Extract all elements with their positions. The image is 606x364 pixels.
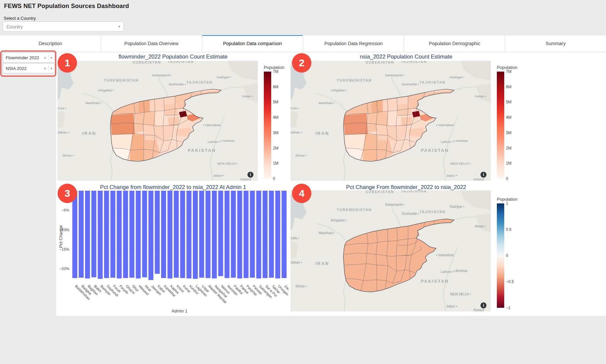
tab-bar: Description Population Data Overview Pop… [0, 35, 606, 52]
map-label: PAKISTAN [421, 148, 449, 153]
bar-Paktika[interactable] [231, 191, 236, 278]
bar-Maidan Wardak[interactable] [206, 191, 211, 278]
choropleth-map-flowminder[interactable]: UZBEKISTANTAJIKISTANTURKMENISTANSamarqan… [58, 61, 258, 181]
bar-Parwan[interactable] [250, 191, 255, 278]
chevron-down-icon[interactable]: ▾ [49, 67, 54, 70]
country-dropdown[interactable]: Country ▾ [3, 21, 124, 32]
map-label: TAJIKISTAN [186, 80, 213, 84]
bar-Jawzjan[interactable] [148, 191, 153, 280]
filter-dropdown-flowminder[interactable]: Flowminder 2022 × ▾ [3, 53, 55, 63]
bar-Ghazni[interactable] [123, 191, 128, 278]
chevron-down-icon[interactable]: ▾ [49, 56, 54, 60]
tab-population-data-overview[interactable]: Population Data Overview [101, 35, 202, 52]
bar-Takhar[interactable] [269, 191, 274, 278]
chart-title: Pct Change From flowminder_2022 to nsia_… [291, 184, 522, 190]
map-label: Kanpur [240, 177, 251, 181]
map-label: Dushanbe • [402, 82, 419, 86]
info-icon[interactable]: i [480, 302, 486, 308]
map-label: Shiraz • [62, 154, 74, 157]
bar-Faryab[interactable] [117, 191, 122, 278]
bar-Farah[interactable] [110, 191, 116, 278]
province-hirat[interactable] [343, 113, 368, 135]
map-label: IRAN [315, 131, 329, 136]
map-label: Kashgar • [450, 205, 464, 208]
map-label: TURKMENISTAN [337, 78, 372, 82]
province-hirat[interactable] [110, 113, 135, 135]
choropleth-map-pct-change[interactable]: UZBEKISTANTAJIKISTANTURKMENISTANSamarqan… [291, 190, 491, 311]
chevron-down-icon[interactable]: ▾ [118, 24, 120, 29]
bar-Kapisa[interactable] [167, 191, 172, 278]
bar-Hirat[interactable] [142, 191, 147, 277]
y-tick-label: −5% [62, 208, 69, 212]
colorbar-tick: 1M [506, 161, 512, 166]
bar-Paktya[interactable] [237, 191, 242, 278]
colorbar-ticks: 7M6M5M4M3M2M1M0 [273, 72, 288, 179]
tab-population-demographic[interactable]: Population Demographic [404, 35, 505, 52]
province-uruzgan[interactable] [377, 125, 397, 141]
colorbar-tick: 0 [506, 253, 508, 258]
bar-Kabul[interactable] [155, 191, 160, 274]
bar-Ghor[interactable] [130, 191, 135, 278]
tab-population-data-regression[interactable]: Population Data Regression [303, 35, 404, 52]
map-label: NEW DELHI • [217, 162, 238, 165]
map-label: TURKMENISTAN [104, 78, 139, 82]
bar-chart[interactable]: −5%−10%−15%−20%BadakhshanBadghisBaghlanB… [58, 183, 289, 316]
bar-Balkh[interactable] [91, 191, 96, 277]
bar-Panjsher[interactable] [243, 191, 248, 278]
bar-Logar[interactable] [199, 191, 204, 278]
map-label: Ashgabat • [331, 88, 347, 92]
map-label: Samarqand • [385, 73, 404, 77]
province-wardak_logar[interactable] [401, 117, 412, 125]
tab-description[interactable]: Description [0, 35, 101, 52]
colorbar-ticks: 10.50−0.5−1 [506, 203, 521, 308]
province-farah[interactable] [111, 134, 132, 150]
bar-Hilmand[interactable] [136, 191, 141, 278]
bar-Laghman[interactable] [193, 191, 198, 279]
bar-Badghis[interactable] [79, 191, 84, 278]
province-farah[interactable] [344, 134, 365, 150]
info-icon[interactable]: i [480, 172, 486, 178]
map-label: Hotan • [475, 94, 486, 98]
bar-Nuristan[interactable] [225, 191, 230, 278]
colorbar-ticks: 7M6M5M4M3M2M1M0 [506, 72, 521, 179]
bar-Badakhshan[interactable] [72, 191, 77, 278]
bar-Baghlan[interactable] [85, 191, 90, 278]
map-label: • Amritsar [453, 269, 468, 273]
clear-icon[interactable]: × [42, 55, 48, 60]
province-wardak_logar[interactable] [168, 117, 179, 125]
colorbar-tick: 7M [506, 69, 512, 74]
choropleth-map-nsia[interactable]: UZBEKISTANTAJIKISTANTURKMENISTANSamarqan… [291, 61, 491, 181]
clear-icon[interactable]: × [42, 66, 48, 71]
map-label: TAJIKISTAN [401, 61, 427, 64]
bar-Kunar[interactable] [180, 191, 185, 278]
info-icon[interactable]: i [247, 172, 253, 178]
bar-Khost[interactable] [174, 191, 179, 278]
bar-Zabul[interactable] [282, 191, 287, 278]
map-label: TAJIKISTAN [420, 80, 446, 84]
bar-Daykundi[interactable] [104, 191, 109, 278]
bar-Bamyan[interactable] [98, 191, 103, 279]
tab-summary[interactable]: Summary [505, 35, 606, 52]
bar-Sar-e-Pul[interactable] [262, 191, 268, 278]
bar-Uruzgan[interactable] [275, 191, 280, 278]
bar-Kunduz[interactable] [186, 191, 192, 278]
main-content: flowminder_2022 Population Count Estimat… [56, 52, 606, 316]
bar-Nimroz[interactable] [218, 191, 223, 276]
colorbar-tick: 2M [273, 146, 279, 151]
colorbar: Population 7M6M5M4M3M2M1M0 [264, 65, 289, 179]
map-label: Kashgar • [217, 75, 231, 79]
bar-Nangarhar[interactable] [212, 191, 217, 278]
filter-dropdown-nsia[interactable]: NSIA 2022 × ▾ [3, 63, 55, 73]
map-label: Jaipur • [446, 304, 457, 308]
colorbar-gradient [497, 203, 504, 308]
map-label: RAN • [58, 106, 66, 110]
filter-value: Flowminder 2022 [3, 55, 42, 60]
colorbar-tick: 3M [273, 130, 279, 135]
panel-flowminder-map: flowminder_2022 Population Count Estimat… [58, 52, 289, 183]
map-label: Shiraz • [295, 284, 307, 288]
province-uruzgan[interactable] [144, 125, 164, 141]
tab-population-data-comparison[interactable]: Population Data comparison [202, 35, 303, 52]
colorbar-tick: 1 [506, 201, 508, 206]
bar-Samangan[interactable] [256, 191, 261, 278]
bar-Kandahar[interactable] [161, 191, 166, 278]
